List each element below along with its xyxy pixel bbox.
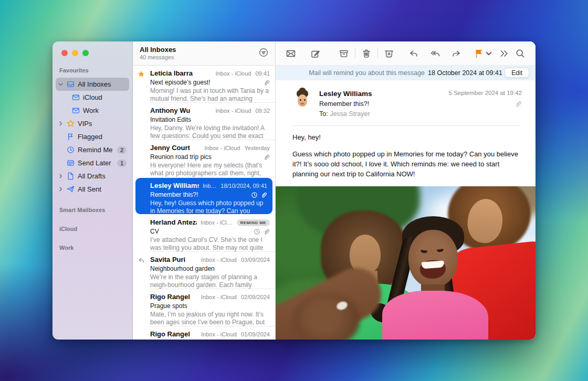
sidebar-item-label: All Sent bbox=[78, 185, 101, 193]
body-paragraph: Hey, hey! bbox=[292, 133, 519, 143]
sidebar-item-label: iCloud bbox=[83, 93, 102, 101]
recipient-name: Jessa Strayer bbox=[330, 110, 370, 118]
body-paragraph: Guess which photo popped up in Memories … bbox=[292, 150, 519, 179]
envelope-icon bbox=[71, 93, 80, 102]
forward-icon[interactable] bbox=[450, 48, 462, 59]
work-section-label[interactable]: Work bbox=[52, 245, 132, 252]
sidebar-item-flagged[interactable]: Flagged bbox=[56, 130, 129, 143]
sidebar-item-work-inbox[interactable]: Work bbox=[69, 104, 129, 117]
photo-attachment[interactable] bbox=[276, 186, 536, 340]
sidebar-item-send-later[interactable]: Send Later 1 bbox=[56, 156, 129, 170]
mailbox-label: Inbox - iCl… bbox=[201, 219, 233, 226]
message-subject: Remember this?! bbox=[319, 100, 372, 109]
flag-icon[interactable] bbox=[473, 48, 485, 59]
attachment-paperclip-icon[interactable] bbox=[514, 100, 522, 108]
remind-me-badge: REMIND ME bbox=[237, 219, 270, 226]
photo-center-woman-pink-shirt bbox=[382, 291, 488, 340]
envelope-icon bbox=[71, 106, 80, 115]
sidebar-item-icloud-inbox[interactable]: iCloud bbox=[69, 91, 129, 104]
reply-all-icon[interactable] bbox=[429, 48, 441, 59]
sender-avatar[interactable] bbox=[292, 89, 312, 109]
close-button[interactable] bbox=[61, 50, 68, 56]
icloud-section-label[interactable]: iCloud bbox=[52, 226, 132, 234]
paper-plane-icon bbox=[66, 185, 75, 194]
sidebar-item-label: Flagged bbox=[78, 133, 102, 141]
sender-name: Lesley Williams bbox=[319, 89, 372, 99]
chevron-right-icon[interactable] bbox=[58, 121, 64, 126]
get-mail-icon[interactable] bbox=[285, 48, 297, 59]
sidebar-item-all-sent[interactable]: All Sent bbox=[56, 183, 129, 196]
mail-window: Favourites All Inboxes iCloud Work VIPs bbox=[52, 41, 536, 340]
mailbox-label: Inbox - iCloud bbox=[216, 70, 251, 77]
message-row-lesley-selected[interactable]: Lesley WilliamsInb…18/10/2024, 09:41 Rem… bbox=[135, 178, 272, 214]
chevron-right-icon[interactable] bbox=[58, 173, 64, 179]
junk-icon[interactable] bbox=[383, 48, 395, 59]
mailbox-label: Inbox - iCloud bbox=[205, 145, 240, 151]
toolbar bbox=[276, 41, 536, 66]
compose-icon[interactable] bbox=[310, 48, 321, 59]
zoom-button[interactable] bbox=[82, 50, 89, 56]
remind-me-count-badge: 2 bbox=[117, 146, 127, 154]
more-toolbar-items-icon[interactable] bbox=[498, 48, 510, 59]
reminder-banner: Mail will remind you about this message … bbox=[276, 66, 536, 80]
star-icon bbox=[66, 119, 75, 128]
mailbox-label: Inbox - iCloud bbox=[216, 108, 251, 114]
message-row-herland[interactable]: Herland AntezanaInbox - iCl…REMIND ME CV… bbox=[133, 215, 275, 252]
mailbox-label: Inbox - iCloud bbox=[201, 331, 237, 337]
filter-icon[interactable] bbox=[258, 46, 269, 65]
flag-icon bbox=[66, 132, 75, 141]
reminder-banner-text: Mail will remind you about this message bbox=[309, 69, 425, 77]
recipient-line: To: Jessa Strayer bbox=[319, 110, 372, 119]
message-date: 18/10/2024, 09:41 bbox=[220, 183, 267, 189]
message-row-leticia[interactable]: Leticia IbarraInbox - iCloud09:41 Next e… bbox=[133, 66, 275, 103]
paperclip-icon bbox=[263, 79, 270, 86]
clock-icon bbox=[254, 228, 260, 235]
sidebar-item-label: Remind Me bbox=[78, 146, 112, 154]
flag-menu-chevron-icon[interactable] bbox=[485, 48, 493, 59]
message-date: 5 September 2024 at 19:42 bbox=[449, 89, 522, 97]
paperclip-icon bbox=[263, 154, 270, 161]
paperclip-icon bbox=[263, 228, 270, 235]
mailbox-title: All Inboxes bbox=[140, 46, 176, 54]
message-date: 03/09/2024 bbox=[241, 257, 270, 263]
reply-icon[interactable] bbox=[408, 48, 419, 59]
minimize-button[interactable] bbox=[72, 50, 78, 56]
photo-center-woman-face bbox=[408, 230, 458, 288]
favourites-section-label: Favourites bbox=[52, 67, 132, 75]
reminder-banner-datetime: 18 October 2024 at 09:41 bbox=[428, 69, 502, 77]
window-controls bbox=[52, 50, 132, 56]
sidebar-item-vips[interactable]: VIPs bbox=[56, 117, 129, 130]
vip-star-icon bbox=[138, 70, 147, 78]
message-row-rigo-1[interactable]: Rigo RangelInbox - iCloud02/09/2024 Prag… bbox=[133, 289, 275, 326]
send-later-count-badge: 1 bbox=[117, 160, 127, 167]
search-icon[interactable] bbox=[514, 48, 526, 59]
desktop: { "colors": { "accent": "#3478f6", "sele… bbox=[0, 0, 588, 381]
message-date: 09:41 bbox=[255, 70, 270, 77]
message-row-anthony[interactable]: Anthony WuInbox - iCloud09:32 Invitation… bbox=[133, 103, 275, 140]
calendar-icon bbox=[66, 158, 75, 167]
sidebar-item-all-drafts[interactable]: All Drafts bbox=[56, 170, 129, 183]
message-body: Hey, hey! Guess which photo popped up in… bbox=[276, 126, 536, 186]
message-list-header: All Inboxes 40 messages bbox=[133, 41, 275, 66]
document-icon bbox=[66, 172, 75, 181]
archive-icon[interactable] bbox=[338, 48, 350, 59]
message-row-rigo-2[interactable]: Rigo RangelInbox - iCloud01/09/2024 bbox=[133, 326, 275, 340]
message-header: Lesley Williams Remember this?! To: Jess… bbox=[276, 80, 536, 119]
message-row-savita[interactable]: Savita PuriInbox - iCloud03/09/2024 Neig… bbox=[133, 252, 275, 289]
sidebar-item-all-inboxes[interactable]: All Inboxes bbox=[56, 78, 129, 91]
message-date: 01/09/2024 bbox=[241, 331, 270, 337]
sidebar-item-remind-me[interactable]: Remind Me 2 bbox=[56, 143, 129, 156]
message-date: Yesterday bbox=[244, 145, 270, 151]
chevron-right-icon[interactable] bbox=[58, 186, 64, 192]
mailbox-label: Inb… bbox=[203, 183, 216, 189]
chevron-down-icon[interactable] bbox=[58, 81, 64, 87]
edit-reminder-button[interactable]: Edit bbox=[505, 68, 529, 78]
message-row-jenny[interactable]: Jenny CourtInbox - iCloudYesterday Reuni… bbox=[133, 140, 275, 177]
message-list: All Inboxes 40 messages Leticia IbarraIn… bbox=[133, 41, 276, 340]
sidebar-item-label: Work bbox=[83, 107, 99, 114]
mailbox-label: Inbox - iCloud bbox=[201, 294, 237, 300]
mailbox-label: Inbox - iCloud bbox=[201, 257, 237, 263]
smart-mailboxes-section-label[interactable]: Smart Mailboxes bbox=[52, 207, 132, 215]
sidebar-item-label: Send Later bbox=[78, 159, 111, 167]
trash-icon[interactable] bbox=[361, 48, 372, 59]
